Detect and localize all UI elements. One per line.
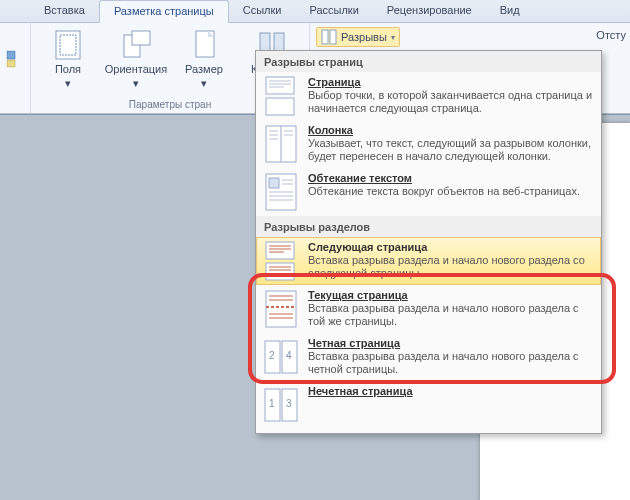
group-caption-page-setup: Параметры стран <box>129 99 211 111</box>
svg-rect-5 <box>132 31 150 45</box>
size-label: Размер <box>185 63 223 75</box>
chevron-down-icon: ▾ <box>391 34 395 42</box>
svg-rect-29 <box>269 178 279 188</box>
break-page-item[interactable]: Страница Выбор точки, в которой заканчив… <box>256 72 601 120</box>
chevron-down-icon: ▾ <box>201 77 207 89</box>
break-page-desc: Выбор точки, в которой заканчивается одн… <box>308 89 593 115</box>
tab-mailings[interactable]: Рассылки <box>295 0 372 22</box>
tab-references[interactable]: Ссылки <box>229 0 296 22</box>
themes-icon <box>6 29 24 89</box>
svg-text:4: 4 <box>286 350 292 361</box>
chevron-down-icon: ▾ <box>133 77 139 89</box>
themes-button[interactable] <box>2 25 28 93</box>
page-break-icon <box>264 76 298 116</box>
break-even-page-desc: Вставка разрыва раздела и начало нового … <box>308 350 593 376</box>
even-page-break-icon: 24 <box>264 337 298 377</box>
break-textwrap-item[interactable]: Обтекание текстом Обтекание текста вокру… <box>256 168 601 216</box>
break-column-item[interactable]: Колонка Указывает, что текст, следующий … <box>256 120 601 168</box>
indent-group-label: Отсту <box>596 29 626 41</box>
svg-text:1: 1 <box>269 398 275 409</box>
dropdown-section-section-breaks: Разрывы разделов <box>256 216 601 237</box>
tab-page-layout[interactable]: Разметка страницы <box>99 0 229 23</box>
margins-icon <box>52 29 84 61</box>
break-continuous-title: Текущая страница <box>308 289 593 301</box>
svg-rect-0 <box>7 51 15 59</box>
orientation-label: Ориентация <box>105 63 167 75</box>
break-next-page-desc: Вставка разрыва раздела и начало нового … <box>308 254 593 280</box>
odd-page-break-icon: 13 <box>264 385 298 425</box>
break-next-page-title: Следующая страница <box>308 241 593 253</box>
breaks-label: Разрывы <box>341 31 387 43</box>
breaks-icon <box>321 29 337 45</box>
break-page-title: Страница <box>308 76 593 88</box>
svg-text:2: 2 <box>269 350 275 361</box>
break-textwrap-desc: Обтекание текста вокруг объектов на веб-… <box>308 185 593 198</box>
orientation-icon <box>120 29 152 61</box>
tab-view[interactable]: Вид <box>486 0 534 22</box>
break-odd-page-item[interactable]: 13 Нечетная страница <box>256 381 601 429</box>
break-continuous-desc: Вставка разрыва раздела и начало нового … <box>308 302 593 328</box>
margins-label: Поля <box>55 63 81 75</box>
break-textwrap-title: Обтекание текстом <box>308 172 593 184</box>
svg-rect-35 <box>266 242 294 259</box>
svg-rect-1 <box>7 60 15 67</box>
break-next-page-item[interactable]: Следующая страница Вставка разрыва разде… <box>256 237 601 285</box>
size-icon <box>188 29 220 61</box>
break-continuous-item[interactable]: Текущая страница Вставка разрыва раздела… <box>256 285 601 333</box>
text-wrap-break-icon <box>264 172 298 212</box>
break-odd-page-title: Нечетная страница <box>308 385 593 397</box>
breaks-dropdown: Разрывы страниц Страница Выбор точки, в … <box>255 50 602 434</box>
size-button[interactable]: Размер ▾ <box>171 25 237 91</box>
svg-rect-16 <box>266 77 294 94</box>
ribbon-group-themes <box>0 23 31 113</box>
break-even-page-title: Четная страница <box>308 337 593 349</box>
svg-rect-10 <box>330 30 336 44</box>
ribbon-tabs: Вставка Разметка страницы Ссылки Рассылк… <box>0 0 630 23</box>
orientation-button[interactable]: Ориентация ▾ <box>103 25 169 91</box>
break-column-desc: Указывает, что текст, следующий за разры… <box>308 137 593 163</box>
chevron-down-icon: ▾ <box>65 77 71 89</box>
svg-text:3: 3 <box>286 398 292 409</box>
next-page-break-icon <box>264 241 298 281</box>
svg-rect-9 <box>322 30 328 44</box>
dropdown-section-page-breaks: Разрывы страниц <box>256 51 601 72</box>
svg-rect-17 <box>266 98 294 115</box>
break-column-title: Колонка <box>308 124 593 136</box>
continuous-break-icon <box>264 289 298 329</box>
tab-review[interactable]: Рецензирование <box>373 0 486 22</box>
break-even-page-item[interactable]: 24 Четная страница Вставка разрыва разде… <box>256 333 601 381</box>
svg-rect-36 <box>266 263 294 280</box>
column-break-icon <box>264 124 298 164</box>
margins-button[interactable]: Поля ▾ <box>35 25 101 91</box>
breaks-button[interactable]: Разрывы ▾ <box>316 27 400 47</box>
tab-insert[interactable]: Вставка <box>30 0 99 22</box>
